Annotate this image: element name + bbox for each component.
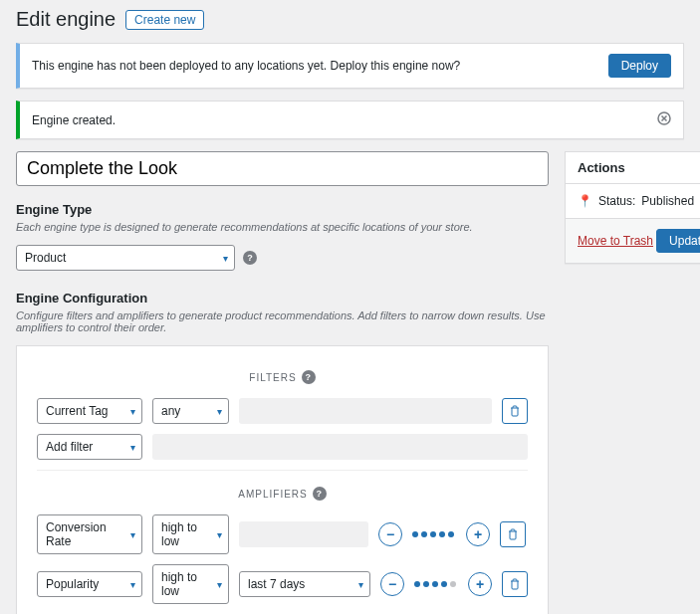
chevron-down-icon: ▾ [217,529,222,540]
filters-label: FILTERS [249,372,296,383]
chevron-down-icon: ▾ [358,579,363,590]
amplifier-period-placeholder [239,521,368,547]
amplifier-dir-select[interactable]: high to low▾ [152,514,229,554]
filter-field-select[interactable]: Current Tag ▾ [37,398,142,424]
amplifier-field-select[interactable]: Popularity▾ [37,571,142,597]
chevron-down-icon: ▾ [217,406,222,417]
chevron-down-icon: ▾ [217,579,222,590]
help-icon[interactable]: ? [302,370,316,384]
filter-row: Current Tag ▾ any ▾ [37,398,528,424]
created-notice: Engine created. [16,101,684,139]
dot [441,581,447,587]
trash-icon [510,578,520,590]
pin-icon: 📍 [578,194,592,208]
help-icon[interactable]: ? [243,251,257,265]
filter-op-select[interactable]: any ▾ [152,398,229,424]
increase-strength-button[interactable]: + [466,522,490,546]
amplifier-row: Popularity▾ high to low▾ last 7 days▾ − … [37,564,528,604]
divider [37,470,528,471]
decrease-strength-button[interactable]: − [380,572,404,596]
amplifier-field-select[interactable]: Conversion Rate▾ [37,514,142,554]
chevron-down-icon: ▾ [130,406,135,417]
help-icon[interactable]: ? [313,487,327,501]
page-title: Edit engine [16,8,116,31]
chevron-down-icon: ▾ [223,253,228,264]
engine-config-desc: Configure filters and amplifiers to gene… [16,309,549,333]
dot [421,531,427,537]
dot [423,581,429,587]
config-box: FILTERS ? Current Tag ▾ any ▾ [16,345,549,614]
trash-icon [510,405,520,417]
chevron-down-icon: ▾ [130,529,135,540]
amplifier-period-select[interactable]: last 7 days▾ [239,571,370,597]
filter-op-value: any [161,404,180,418]
created-notice-text: Engine created. [32,113,116,127]
status-label: Status: [598,194,635,208]
create-new-button[interactable]: Create new [125,10,204,30]
delete-amplifier-button[interactable] [500,521,526,547]
amplifier-dir-value: high to low [161,520,204,548]
amplifier-dir-value: high to low [161,570,204,598]
actions-box: Actions 📍 Status: Published Edit Move to… [565,151,700,264]
strength-indicator [412,531,456,537]
filter-value-placeholder [239,398,492,424]
move-to-trash-link[interactable]: Move to Trash [578,234,653,248]
dot [430,531,436,537]
amplifier-field-value: Conversion Rate [46,520,117,548]
deploy-notice: This engine has not been deployed to any… [16,43,684,89]
engine-type-select[interactable]: Product ▾ [16,245,235,271]
decrease-strength-button[interactable]: − [378,522,402,546]
engine-type-value: Product [25,251,66,265]
delete-amplifier-button[interactable] [502,571,528,597]
amplifier-row: Conversion Rate▾ high to low▾ − + [37,514,528,554]
trash-icon [508,528,518,540]
dot [439,531,445,537]
engine-type-desc: Each engine type is designed to generate… [16,221,549,233]
chevron-down-icon: ▾ [130,579,135,590]
increase-strength-button[interactable]: + [468,572,492,596]
status-value: Published [641,194,694,208]
dot [448,531,454,537]
chevron-down-icon: ▾ [130,442,135,453]
actions-heading: Actions [566,152,700,184]
amplifier-field-value: Popularity [46,577,99,591]
filter-placeholder [152,434,528,460]
update-button[interactable]: Update [656,229,700,253]
dot [412,531,418,537]
add-filter-select[interactable]: Add filter ▾ [37,434,142,460]
dot [432,581,438,587]
engine-type-heading: Engine Type [16,202,549,217]
deploy-button[interactable]: Deploy [608,54,671,78]
engine-title-input[interactable] [16,151,549,186]
amplifier-period-value: last 7 days [248,577,305,591]
amplifier-dir-select[interactable]: high to low▾ [152,564,229,604]
delete-filter-button[interactable] [502,398,528,424]
dot [450,581,456,587]
strength-indicator [414,581,458,587]
engine-config-heading: Engine Configuration [16,291,549,306]
filter-field-value: Current Tag [46,404,108,418]
amplifiers-label: AMPLIFIERS [238,489,307,500]
add-filter-label: Add filter [46,440,93,454]
dot [414,581,420,587]
dismiss-icon[interactable] [657,111,671,128]
deploy-notice-text: This engine has not been deployed to any… [32,59,460,73]
